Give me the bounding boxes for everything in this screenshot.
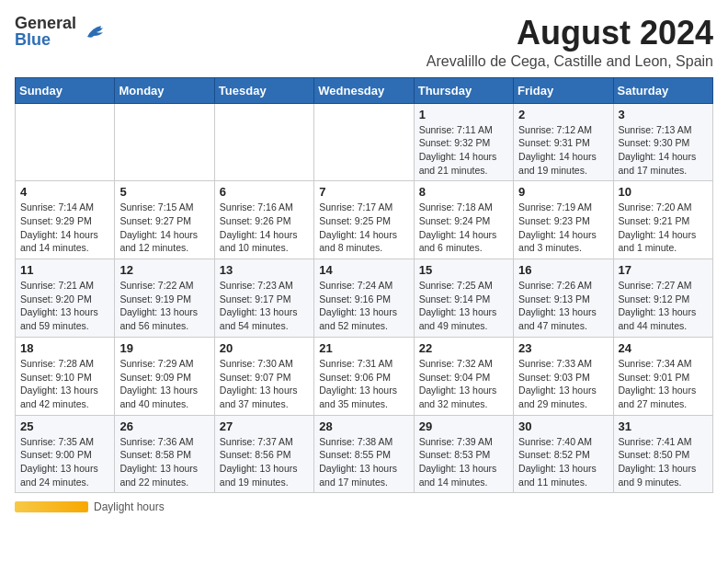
logo-general: General	[15, 15, 76, 31]
day-number: 7	[319, 185, 408, 199]
calendar-cell: 28Sunrise: 7:38 AM Sunset: 8:55 PM Dayli…	[314, 415, 414, 493]
calendar-week-2: 4Sunrise: 7:14 AM Sunset: 9:29 PM Daylig…	[16, 181, 713, 259]
calendar-cell	[16, 103, 115, 181]
day-info: Sunrise: 7:29 AM Sunset: 9:09 PM Dayligh…	[119, 357, 209, 411]
calendar-cell: 11Sunrise: 7:21 AM Sunset: 9:20 PM Dayli…	[16, 259, 115, 338]
logo-bird-icon	[83, 20, 110, 42]
header: General Blue August 2024 Arevalillo de C…	[15, 15, 713, 70]
day-info: Sunrise: 7:21 AM Sunset: 9:20 PM Dayligh…	[20, 279, 109, 333]
day-number: 1	[419, 108, 508, 121]
calendar-cell: 13Sunrise: 7:23 AM Sunset: 9:17 PM Dayli…	[214, 259, 313, 338]
calendar-cell: 9Sunrise: 7:19 AM Sunset: 9:23 PM Daylig…	[514, 181, 613, 259]
calendar-header-wednesday: Wednesday	[314, 77, 414, 103]
calendar-cell: 29Sunrise: 7:39 AM Sunset: 8:53 PM Dayli…	[414, 415, 513, 493]
day-number: 14	[319, 263, 408, 277]
title-area: August 2024 Arevalillo de Cega, Castille…	[427, 15, 713, 70]
calendar-cell: 30Sunrise: 7:40 AM Sunset: 8:52 PM Dayli…	[514, 415, 613, 493]
day-number: 11	[20, 263, 109, 277]
calendar-cell: 18Sunrise: 7:28 AM Sunset: 9:10 PM Dayli…	[16, 337, 115, 415]
calendar-cell: 2Sunrise: 7:12 AM Sunset: 9:31 PM Daylig…	[514, 103, 613, 181]
day-info: Sunrise: 7:40 AM Sunset: 8:52 PM Dayligh…	[518, 435, 608, 489]
day-number: 24	[619, 341, 708, 355]
day-info: Sunrise: 7:22 AM Sunset: 9:19 PM Dayligh…	[119, 279, 209, 333]
day-number: 20	[220, 341, 309, 355]
day-info: Sunrise: 7:18 AM Sunset: 9:24 PM Dayligh…	[419, 201, 508, 255]
day-number: 15	[419, 263, 508, 277]
calendar-cell: 25Sunrise: 7:35 AM Sunset: 9:00 PM Dayli…	[16, 415, 115, 493]
day-info: Sunrise: 7:34 AM Sunset: 9:01 PM Dayligh…	[619, 357, 708, 411]
calendar-cell	[314, 103, 414, 181]
daylight-bar-icon	[15, 501, 88, 512]
calendar-cell: 14Sunrise: 7:24 AM Sunset: 9:16 PM Dayli…	[314, 259, 414, 338]
calendar-week-1: 1Sunrise: 7:11 AM Sunset: 9:32 PM Daylig…	[16, 103, 713, 181]
calendar-cell: 19Sunrise: 7:29 AM Sunset: 9:09 PM Dayli…	[115, 337, 214, 415]
calendar-cell: 6Sunrise: 7:16 AM Sunset: 9:26 PM Daylig…	[214, 181, 313, 259]
footer: Daylight hours	[15, 500, 713, 513]
day-number: 17	[619, 263, 708, 277]
calendar-cell	[214, 103, 313, 181]
calendar-cell: 16Sunrise: 7:26 AM Sunset: 9:13 PM Dayli…	[514, 259, 613, 338]
day-number: 3	[619, 108, 708, 121]
day-info: Sunrise: 7:37 AM Sunset: 8:56 PM Dayligh…	[220, 435, 309, 489]
calendar-header-friday: Friday	[514, 77, 613, 103]
calendar-table: SundayMondayTuesdayWednesdayThursdayFrid…	[15, 77, 713, 494]
day-info: Sunrise: 7:13 AM Sunset: 9:30 PM Dayligh…	[619, 123, 708, 178]
day-info: Sunrise: 7:11 AM Sunset: 9:32 PM Dayligh…	[419, 123, 508, 178]
day-info: Sunrise: 7:24 AM Sunset: 9:16 PM Dayligh…	[319, 279, 408, 333]
calendar-cell: 31Sunrise: 7:41 AM Sunset: 8:50 PM Dayli…	[613, 415, 712, 493]
day-info: Sunrise: 7:30 AM Sunset: 9:07 PM Dayligh…	[220, 357, 309, 411]
day-info: Sunrise: 7:12 AM Sunset: 9:31 PM Dayligh…	[518, 123, 608, 178]
calendar-cell	[115, 103, 214, 181]
page-subtitle: Arevalillo de Cega, Castille and Leon, S…	[427, 53, 713, 70]
calendar-header-saturday: Saturday	[613, 77, 712, 103]
calendar-cell: 15Sunrise: 7:25 AM Sunset: 9:14 PM Dayli…	[414, 259, 513, 338]
day-info: Sunrise: 7:15 AM Sunset: 9:27 PM Dayligh…	[119, 201, 209, 255]
day-number: 28	[319, 419, 408, 433]
calendar-header-row: SundayMondayTuesdayWednesdayThursdayFrid…	[16, 77, 713, 103]
day-number: 16	[518, 263, 608, 277]
day-info: Sunrise: 7:23 AM Sunset: 9:17 PM Dayligh…	[220, 279, 309, 333]
day-info: Sunrise: 7:20 AM Sunset: 9:21 PM Dayligh…	[619, 201, 708, 255]
calendar-cell: 21Sunrise: 7:31 AM Sunset: 9:06 PM Dayli…	[314, 337, 414, 415]
calendar-cell: 27Sunrise: 7:37 AM Sunset: 8:56 PM Dayli…	[214, 415, 313, 493]
daylight-label: Daylight hours	[94, 500, 165, 513]
day-info: Sunrise: 7:17 AM Sunset: 9:25 PM Dayligh…	[319, 201, 408, 255]
calendar-cell: 3Sunrise: 7:13 AM Sunset: 9:30 PM Daylig…	[613, 103, 712, 181]
calendar-cell: 1Sunrise: 7:11 AM Sunset: 9:32 PM Daylig…	[414, 103, 513, 181]
day-info: Sunrise: 7:33 AM Sunset: 9:03 PM Dayligh…	[518, 357, 608, 411]
calendar-cell: 26Sunrise: 7:36 AM Sunset: 8:58 PM Dayli…	[115, 415, 214, 493]
calendar-cell: 4Sunrise: 7:14 AM Sunset: 9:29 PM Daylig…	[16, 181, 115, 259]
day-number: 2	[518, 108, 608, 121]
day-number: 10	[619, 185, 708, 199]
day-number: 6	[220, 185, 309, 199]
calendar-cell: 12Sunrise: 7:22 AM Sunset: 9:19 PM Dayli…	[115, 259, 214, 338]
day-number: 26	[119, 419, 209, 433]
day-number: 18	[20, 341, 109, 355]
day-info: Sunrise: 7:38 AM Sunset: 8:55 PM Dayligh…	[319, 435, 408, 489]
calendar-week-5: 25Sunrise: 7:35 AM Sunset: 9:00 PM Dayli…	[16, 415, 713, 493]
calendar-week-3: 11Sunrise: 7:21 AM Sunset: 9:20 PM Dayli…	[16, 259, 713, 338]
day-number: 27	[220, 419, 309, 433]
calendar-cell: 24Sunrise: 7:34 AM Sunset: 9:01 PM Dayli…	[613, 337, 712, 415]
calendar-week-4: 18Sunrise: 7:28 AM Sunset: 9:10 PM Dayli…	[16, 337, 713, 415]
day-number: 5	[119, 185, 209, 199]
logo: General Blue	[15, 15, 110, 48]
day-info: Sunrise: 7:35 AM Sunset: 9:00 PM Dayligh…	[20, 435, 109, 489]
calendar-cell: 7Sunrise: 7:17 AM Sunset: 9:25 PM Daylig…	[314, 181, 414, 259]
calendar-cell: 10Sunrise: 7:20 AM Sunset: 9:21 PM Dayli…	[613, 181, 712, 259]
logo-blue: Blue	[15, 31, 76, 48]
day-info: Sunrise: 7:28 AM Sunset: 9:10 PM Dayligh…	[20, 357, 109, 411]
day-number: 19	[119, 341, 209, 355]
day-number: 30	[518, 419, 608, 433]
calendar-cell: 20Sunrise: 7:30 AM Sunset: 9:07 PM Dayli…	[214, 337, 313, 415]
calendar-header-tuesday: Tuesday	[214, 77, 313, 103]
page-title: August 2024	[427, 15, 713, 52]
day-info: Sunrise: 7:31 AM Sunset: 9:06 PM Dayligh…	[319, 357, 408, 411]
calendar-cell: 5Sunrise: 7:15 AM Sunset: 9:27 PM Daylig…	[115, 181, 214, 259]
day-number: 31	[619, 419, 708, 433]
day-number: 23	[518, 341, 608, 355]
calendar-cell: 22Sunrise: 7:32 AM Sunset: 9:04 PM Dayli…	[414, 337, 513, 415]
day-info: Sunrise: 7:19 AM Sunset: 9:23 PM Dayligh…	[518, 201, 608, 255]
day-number: 22	[419, 341, 508, 355]
day-number: 12	[119, 263, 209, 277]
